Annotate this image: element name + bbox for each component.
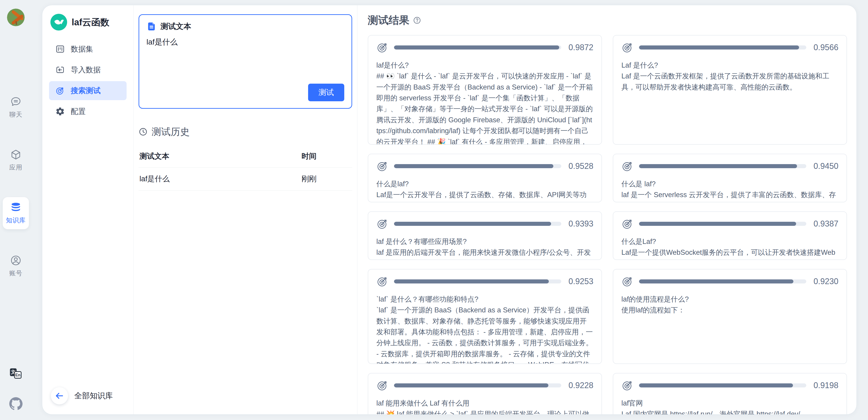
history-row[interactable]: laf是什么 刚刚: [138, 167, 352, 190]
result-card: 0.9393 laf 是什么？有哪些应用场景? laf 是应用的后端开发平台，能…: [368, 211, 602, 260]
clock-icon: [138, 127, 148, 136]
help-icon[interactable]: [413, 16, 421, 24]
kb-menu: 数据集 导入数据 搜索测试: [49, 39, 127, 121]
score-row: 0.9228: [376, 379, 593, 392]
arrow-left-icon: [55, 391, 64, 401]
score-bar: [639, 222, 806, 226]
cube-icon: [10, 149, 22, 160]
rail-item-label: 聊天: [9, 110, 22, 119]
results-row: 0.9393 laf 是什么？有哪些应用场景? laf 是应用的后端开发平台，能…: [368, 211, 847, 260]
avatar-image: [7, 8, 25, 26]
menu-item-label: 配置: [71, 107, 86, 117]
result-question: 什么是Laf?: [621, 236, 838, 247]
score-value: 0.9450: [812, 161, 838, 171]
result-answer: 使用laf的流程如下：: [621, 305, 838, 316]
test-panel: 测试文本 laf是什么 测试 测试历史 测试文本 时间 laf是什么 刚刚: [133, 5, 358, 414]
score-value: 0.9198: [812, 381, 838, 390]
result-card: 0.9253 `laf` 是什么？有哪些功能和特点? `laf` 是一个开源的 …: [368, 269, 602, 364]
menu-item-import-data[interactable]: 导入数据: [49, 60, 127, 79]
menu-item-label: 导入数据: [71, 65, 101, 75]
result-answer: `laf` 是一个开源的 BaaS（Backend as a Service）开…: [376, 305, 593, 364]
menu-item-dataset[interactable]: 数据集: [49, 39, 127, 59]
score-bar: [639, 279, 806, 283]
laf-logo-icon: [51, 14, 67, 31]
score-value: 0.9393: [567, 219, 593, 229]
result-card: 0.9198 laf官网 Laf 国内官网是 https://laf.run/，…: [613, 373, 847, 415]
test-text-box: 测试文本 laf是什么 测试: [138, 14, 352, 109]
app-rail: 聊天 应用 知识库 账号: [0, 0, 32, 420]
score-bar: [639, 383, 806, 387]
test-button[interactable]: 测试: [308, 84, 344, 101]
rail-item-knowledge-base[interactable]: 知识库: [3, 197, 29, 229]
rail-item-label: 知识库: [6, 216, 26, 225]
gear-icon: [55, 107, 65, 116]
menu-item-config[interactable]: 配置: [49, 102, 127, 121]
results-grid: 0.9872 laf是什么? ## 👀 `laf` 是什么 - `laf` 是云…: [368, 35, 847, 415]
main-container: laf云函数 数据集 导入数据: [42, 5, 857, 415]
score-bar: [394, 164, 561, 168]
score-bar-fill: [394, 164, 553, 168]
score-bar-fill: [394, 222, 551, 226]
user-icon: [10, 254, 22, 266]
target-icon: [376, 41, 389, 54]
document-icon: [147, 22, 156, 31]
history-table-header: 测试文本 时间: [138, 148, 352, 167]
score-value: 0.9872: [567, 43, 593, 52]
score-row: 0.9450: [621, 160, 838, 172]
history-header-text: 测试文本: [140, 151, 302, 161]
back-button[interactable]: [51, 387, 68, 404]
language-switch-icon[interactable]: 文 En: [9, 367, 22, 379]
result-card: 0.9450 什么是 laf? laf 是一个 Serverless 云开发平台…: [613, 154, 847, 202]
score-value: 0.9228: [567, 381, 593, 390]
test-box-title: 测试文本: [160, 21, 191, 32]
score-bar-fill: [639, 164, 797, 168]
score-value: 0.9566: [812, 43, 838, 52]
kb-app-name: laf云函数: [72, 16, 110, 28]
github-icon[interactable]: [9, 397, 23, 411]
results-header: 测试结果: [368, 13, 847, 27]
score-bar-fill: [394, 279, 549, 283]
test-text-input[interactable]: laf是什么: [147, 36, 344, 84]
result-answer: ## 💥 laf 能用来做什么 > `laf` 是应用的后端开发平台，理论上可以…: [376, 409, 593, 415]
score-bar-fill: [394, 383, 548, 387]
rail-item-apps[interactable]: 应用: [3, 144, 29, 176]
result-answer: laf 是应用的后端开发平台，能用来快速开发微信小程序/公众号、开发 Andro…: [376, 247, 593, 260]
target-icon: [621, 218, 633, 230]
score-row: 0.9528: [376, 160, 593, 172]
result-answer: Laf是一个提供WebSocket服务的云平台，可以让开发者快速搭建WebSoc…: [621, 247, 838, 260]
menu-item-label: 搜索测试: [71, 86, 101, 96]
history-row-text: laf是什么: [140, 174, 302, 184]
chat-icon: [10, 96, 22, 108]
result-question: laf 能用来做什么 Laf 有什么用: [376, 398, 593, 409]
score-row: 0.9198: [621, 379, 838, 392]
score-bar-fill: [394, 46, 559, 50]
result-question: Laf 是什么?: [621, 60, 838, 71]
menu-item-label: 数据集: [71, 44, 93, 54]
result-card: 0.9566 Laf 是什么? Laf 是一个云函数开发框架，提供了云函数开发所…: [613, 35, 847, 145]
target-icon: [376, 160, 389, 172]
results-row: 0.9253 `laf` 是什么？有哪些功能和特点? `laf` 是一个开源的 …: [368, 269, 847, 364]
kb-back-label: 全部知识库: [74, 391, 113, 401]
dataset-icon: [55, 44, 65, 54]
history-header-time: 时间: [302, 151, 351, 161]
avatar[interactable]: [7, 8, 25, 26]
result-answer: ## 👀 `laf` 是什么 - `laf` 是云开发平台，可以快速的开发应用 …: [376, 71, 593, 145]
score-bar: [394, 383, 561, 387]
rail-item-chat[interactable]: 聊天: [3, 91, 29, 123]
score-row: 0.9253: [376, 275, 593, 288]
menu-item-search-test[interactable]: 搜索测试: [49, 81, 127, 100]
result-card: 0.9528 什么是laf? Laf是一个云开发平台，提供了云函数、存储、数据库…: [368, 154, 602, 202]
target-icon: [376, 218, 389, 230]
result-card: 0.9228 laf 能用来做什么 Laf 有什么用 ## 💥 laf 能用来做…: [368, 373, 602, 415]
result-answer: Laf 国内官网是 https://laf.run/，海外官网是 https:/…: [621, 409, 838, 415]
history-header: 测试历史: [138, 125, 352, 138]
score-bar-fill: [639, 279, 794, 283]
score-row: 0.9230: [621, 275, 838, 288]
result-answer: Laf 是一个云函数开发框架，提供了云函数开发所需的基础设施和工具，可以帮助开发…: [621, 71, 838, 93]
target-icon: [621, 160, 633, 172]
rail-item-account[interactable]: 账号: [3, 250, 29, 282]
target-icon: [376, 379, 389, 392]
target-icon: [55, 86, 65, 95]
result-question: laf官网: [621, 398, 838, 409]
score-row: 0.9393: [376, 218, 593, 230]
